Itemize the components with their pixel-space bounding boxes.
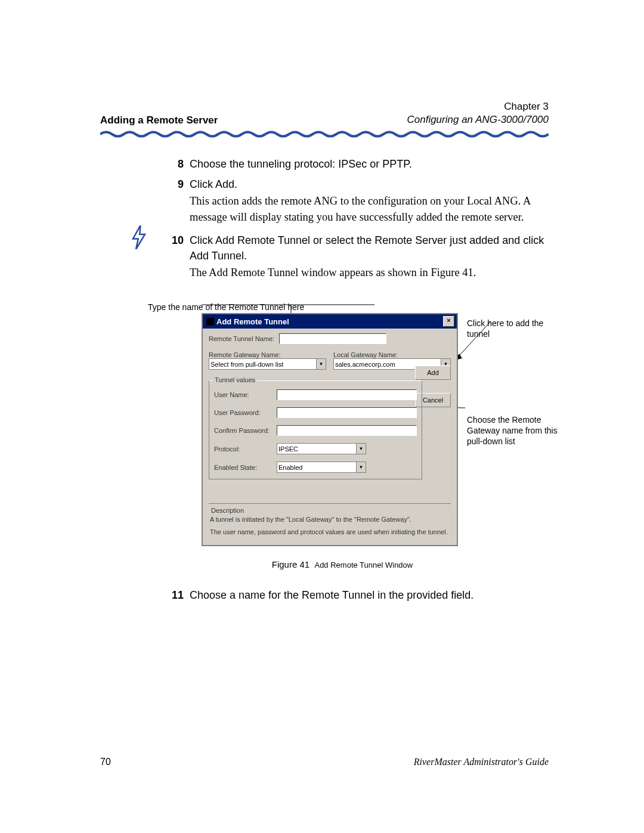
label-enabled-state: Enabled State: (214, 464, 277, 471)
chapter-label: Chapter 3 (407, 100, 549, 113)
label-user-name: User Name: (214, 391, 277, 398)
tunnel-values-group: User Name: User Password: Confirm Passwo… (209, 380, 422, 479)
annotation-top: Type the name of the Remote Tunnel here (148, 302, 549, 312)
user-name-input[interactable] (277, 389, 417, 400)
guide-title: RiverMaster Administrator's Guide (414, 757, 549, 767)
annotation-add-tunnel: Click here to add the tunnel (467, 318, 550, 339)
figure-caption: Figure 41 Add Remote Tunnel Window (136, 559, 549, 569)
step-list: 8 Choose the tunneling protocol: IPSec o… (166, 156, 549, 281)
label-remote-tunnel-name: Remote Tunnel Name: (209, 335, 279, 342)
chevron-down-icon: ▼ (316, 359, 326, 369)
add-remote-tunnel-dialog: Add Remote Tunnel × Remote Tunnel Name: … (202, 313, 458, 546)
page-number: 70 (100, 757, 111, 767)
step-9-follow: This action adds the remote ANG to the c… (190, 193, 549, 225)
enabled-state-select[interactable]: Enabled ▼ (277, 462, 366, 473)
label-local-gateway: Local Gateway Name: (333, 351, 451, 358)
chevron-down-icon: ▼ (356, 462, 366, 472)
annotation-remote-gateway: Choose the Remote Gateway name from this… (467, 414, 562, 447)
label-user-password: User Password: (214, 409, 277, 416)
step-11: 11 Choose a name for the Remote Tunnel i… (166, 587, 549, 603)
description-text-1: A tunnel is initiated by the "Local Gate… (210, 515, 450, 524)
chevron-down-icon: ▼ (356, 444, 366, 454)
chapter-subtitle: Configuring an ANG-3000/7000 (407, 113, 549, 126)
page-footer: 70 RiverMaster Administrator's Guide (100, 757, 549, 767)
confirm-password-input[interactable] (277, 425, 417, 436)
dialog-app-icon (206, 318, 214, 326)
label-remote-gateway: Remote Gateway Name: (209, 351, 326, 358)
dialog-title: Add Remote Tunnel (216, 317, 443, 326)
remote-gateway-select[interactable]: Select from pull-down list ▼ (209, 358, 326, 370)
step-10: 10 Click Add Remote Tunnel or select the… (166, 233, 549, 281)
divider-wave (100, 130, 549, 138)
description-group: Description A tunnel is initiated by the… (209, 503, 451, 537)
user-password-input[interactable] (277, 407, 417, 418)
dialog-titlebar: Add Remote Tunnel × (203, 314, 457, 329)
action-bolt-icon (130, 225, 148, 249)
protocol-select[interactable]: IPSEC ▼ (277, 443, 366, 454)
step-8: 8 Choose the tunneling protocol: IPSec o… (166, 156, 549, 172)
section-title: Adding a Remote Server (100, 114, 218, 126)
step-10-follow: The Add Remote Tunnel window appears as … (190, 265, 549, 281)
close-icon[interactable]: × (443, 316, 454, 327)
add-button[interactable]: Add (415, 366, 451, 380)
remote-tunnel-name-input[interactable] (279, 333, 386, 344)
label-protocol: Protocol: (214, 445, 277, 453)
label-description: Description (210, 507, 245, 514)
step-9: 9 Click Add. This action adds the remote… (166, 176, 549, 225)
label-confirm-password: Confirm Password: (214, 427, 277, 434)
page-header: Adding a Remote Server Chapter 3 Configu… (100, 100, 549, 126)
description-text-2: The user name, password and protocol val… (210, 528, 450, 537)
